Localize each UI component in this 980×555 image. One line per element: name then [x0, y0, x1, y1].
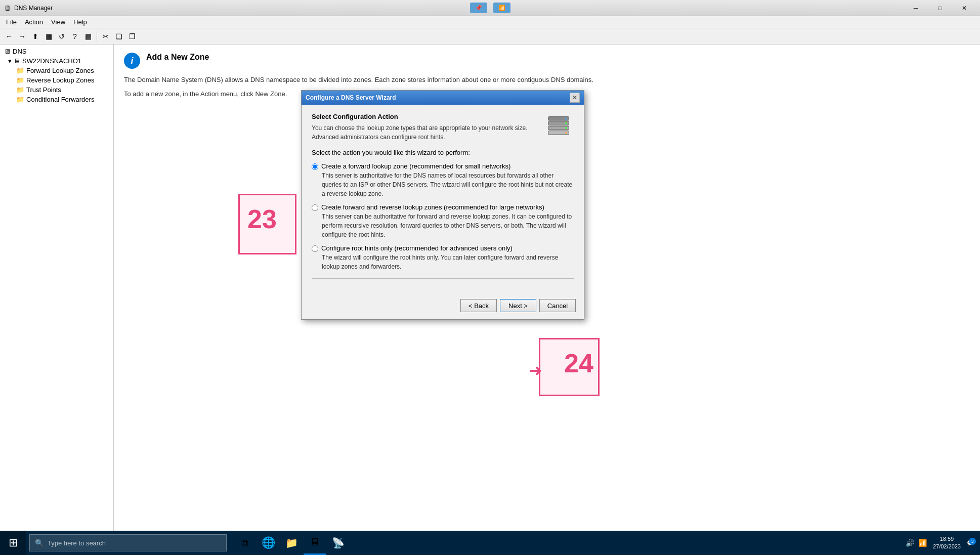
- network-icon: 📡: [332, 537, 345, 549]
- radio-input-1[interactable]: [312, 163, 318, 170]
- menu-file[interactable]: File: [2, 17, 21, 27]
- dialog-body: Select Configuration Action You can choo…: [302, 105, 584, 294]
- sidebar: 🖥 DNS ▾ 🖥 SW22DNSNACHO1 📁 Forward Lookup…: [0, 45, 114, 531]
- folder-icon-conditional: 📁: [16, 96, 24, 103]
- radio-input-3[interactable]: [312, 245, 318, 252]
- dns-wizard-dialog: Configure a DNS Server Wizard ✕: [301, 90, 584, 320]
- zone-header: i Add a New Zone: [124, 53, 970, 69]
- task-view-button[interactable]: ⧉: [234, 531, 256, 555]
- dialog-section-title: Select Configuration Action: [312, 113, 574, 120]
- file-explorer-app[interactable]: 📁: [280, 531, 303, 555]
- forward-button[interactable]: →: [16, 30, 28, 42]
- sidebar-conditional-forwarders[interactable]: 📁 Conditional Forwarders: [0, 95, 113, 104]
- folder-icon-forward: 📁: [16, 67, 24, 74]
- radio-label-3[interactable]: Configure root hints only (recommended f…: [312, 244, 574, 252]
- title-bar: 🖥 DNS Manager 📌 📶 ─ □ ✕: [0, 0, 980, 16]
- annotation-24-number: 24: [564, 348, 593, 378]
- dialog-section-desc: You can choose the lookup zone types tha…: [312, 123, 574, 142]
- network-status-icon: 🔊: [906, 539, 914, 547]
- clock[interactable]: 18:59 27/02/2023: [933, 535, 961, 551]
- collapse-icon: ▾: [8, 57, 12, 65]
- dialog-title-bar: Configure a DNS Server Wizard ✕: [302, 91, 584, 105]
- radio-option-2: Create forward and reverse lookup zones …: [312, 203, 574, 239]
- page-title: Add a New Zone: [146, 53, 209, 62]
- sidebar-root-dns[interactable]: 🖥 DNS: [0, 47, 113, 56]
- sidebar-server[interactable]: ▾ 🖥 SW22DNSNACHO1: [0, 56, 113, 66]
- close-button[interactable]: ✕: [953, 1, 976, 15]
- server-app-icon: 🖥: [310, 536, 320, 548]
- next-button-dialog[interactable]: Next >: [500, 299, 536, 312]
- maximize-button[interactable]: □: [928, 1, 952, 15]
- window-controls: ─ □ ✕: [904, 1, 976, 15]
- edge-app[interactable]: 🌐: [257, 531, 279, 555]
- zone-description: The Domain Name System (DNS) allows a DN…: [124, 75, 970, 85]
- svg-point-6: [565, 127, 567, 129]
- signal-button[interactable]: 📶: [493, 3, 510, 13]
- menu-help[interactable]: Help: [69, 17, 91, 27]
- paste-button[interactable]: ❐: [126, 30, 138, 42]
- svg-point-5: [565, 122, 567, 124]
- search-icon: 🔍: [35, 539, 44, 547]
- taskbar-search-box[interactable]: 🔍: [29, 534, 227, 551]
- radio-input-2[interactable]: [312, 204, 318, 211]
- radio-desc-1: This server is authoritative for the DNS…: [322, 171, 574, 198]
- start-button[interactable]: ⊞: [0, 531, 26, 555]
- minimize-button[interactable]: ─: [904, 1, 927, 15]
- dialog-title: Configure a DNS Server Wizard: [306, 94, 570, 101]
- svg-point-4: [565, 117, 567, 119]
- windows-logo-icon: ⊞: [9, 536, 18, 549]
- radio-option-3: Configure root hints only (recommended f…: [312, 244, 574, 271]
- radio-label-2[interactable]: Create forward and reverse lookup zones …: [312, 203, 574, 211]
- toolbar: ← → ⬆ ▦ ↺ ? ▦ ✂ ❑ ❐: [0, 28, 980, 45]
- taskbar-apps: ⧉ 🌐 📁 🖥 📡: [234, 531, 349, 555]
- cut-button[interactable]: ✂: [100, 30, 112, 42]
- search-input[interactable]: [48, 539, 221, 547]
- clock-date: 27/02/2023: [933, 543, 961, 550]
- menu-view[interactable]: View: [47, 17, 69, 27]
- system-tray: 🔊 📶: [906, 539, 927, 547]
- taskbar-right: 🔊 📶 18:59 27/02/2023 💬 3: [906, 535, 980, 551]
- up-button[interactable]: ⬆: [29, 30, 41, 42]
- taskbar: ⊞ 🔍 ⧉ 🌐 📁 🖥 📡 🔊 📶 18:59 27/02/2023: [0, 531, 980, 555]
- back-button[interactable]: ←: [3, 30, 15, 42]
- cancel-button-dialog[interactable]: Cancel: [539, 299, 576, 312]
- info-icon: i: [124, 53, 140, 69]
- sidebar-trust-points[interactable]: 📁 Trust Points: [0, 85, 113, 95]
- pin-button[interactable]: 📌: [470, 3, 487, 13]
- signal-icon: 📶: [498, 5, 505, 11]
- folder-icon-trust: 📁: [16, 86, 24, 94]
- volume-icon: 📶: [918, 539, 927, 547]
- dialog-footer: < Back Next > Cancel: [302, 294, 584, 319]
- app-icon: 🖥: [4, 4, 11, 12]
- network-app[interactable]: 📡: [327, 531, 349, 555]
- dialog-question: Select the action you would like this wi…: [312, 149, 574, 156]
- radio-desc-3: The wizard will configure the root hints…: [322, 253, 574, 271]
- dns-manager-app[interactable]: 🖥: [304, 531, 326, 555]
- title-bar-center: 📌 📶: [470, 3, 510, 13]
- back-button-dialog[interactable]: < Back: [460, 299, 497, 312]
- radio-desc-2: This server can be authoritative for for…: [322, 212, 574, 239]
- sidebar-reverse-lookup[interactable]: 📁 Reverse Lookup Zones: [0, 75, 113, 85]
- menu-action[interactable]: Action: [21, 17, 47, 27]
- folder-icon-reverse: 📁: [16, 76, 24, 84]
- radio-label-1[interactable]: Create a forward lookup zone (recommende…: [312, 162, 574, 170]
- toolbar-separator: [97, 31, 97, 41]
- dialog-divider: [312, 278, 574, 279]
- dialog-close-button[interactable]: ✕: [570, 93, 580, 103]
- annotation-24-arrow: ➜: [529, 361, 542, 380]
- main-area: 🖥 DNS ▾ 🖥 SW22DNSNACHO1 📁 Forward Lookup…: [0, 45, 980, 531]
- server-icon: 🖥: [14, 57, 20, 65]
- export-button[interactable]: ▦: [82, 30, 94, 42]
- svg-point-7: [565, 132, 567, 134]
- notification-badge-count: 3: [969, 538, 976, 545]
- copy-button[interactable]: ❑: [113, 30, 125, 42]
- help-button[interactable]: ?: [69, 30, 81, 42]
- refresh-button[interactable]: ↺: [56, 30, 68, 42]
- sidebar-forward-lookup[interactable]: 📁 Forward Lookup Zones: [0, 66, 113, 75]
- task-view-icon: ⧉: [241, 537, 248, 549]
- show-console-button[interactable]: ▦: [42, 30, 55, 42]
- notification-center[interactable]: 💬 3: [967, 540, 974, 546]
- dns-icon: 🖥: [4, 48, 11, 55]
- pin-icon: 📌: [475, 5, 482, 11]
- window-title: DNS Manager: [14, 5, 904, 12]
